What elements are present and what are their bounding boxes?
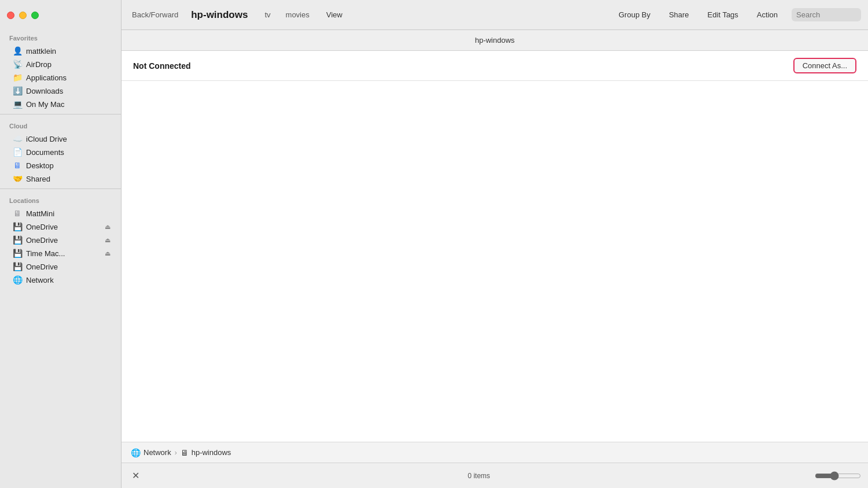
airdrop-icon: 📡 <box>13 60 22 69</box>
sidebar-item-mattmini[interactable]: 🖥 MattMini <box>3 207 117 220</box>
sidebar-item-label: OneDrive <box>26 236 58 245</box>
maximize-button[interactable] <box>31 12 39 19</box>
sidebar-item-label: Desktop <box>26 161 54 170</box>
minimize-button[interactable] <box>19 12 27 19</box>
close-button[interactable] <box>7 12 14 19</box>
not-connected-bar: Not Connected Connect As... <box>122 51 868 81</box>
sidebar-item-label: Network <box>26 276 54 284</box>
sidebar-item-ondrive2[interactable]: 💾 OneDrive ⏏ <box>3 234 117 246</box>
sidebar-item-label: AirDrop <box>26 60 52 69</box>
zoom-slider[interactable] <box>815 471 861 480</box>
sidebar-divider-1 <box>0 114 121 114</box>
back-forward-button[interactable]: Back/Forward <box>128 8 182 21</box>
sidebar-item-label: Applications <box>26 73 67 82</box>
sidebar-item-applications[interactable]: 📁 Applications <box>3 71 117 84</box>
bottom-bar: ✕ 0 items <box>122 463 868 488</box>
sidebar-item-label: Time Mac... <box>26 249 65 258</box>
sidebar-item-label: MattMini <box>26 209 54 218</box>
empty-content-area <box>122 81 868 442</box>
shared-icon: 🤝 <box>13 174 22 183</box>
sidebar-cloud-label: Cloud <box>0 118 121 132</box>
sidebar-item-desktop[interactable]: 🖥 Desktop <box>3 159 117 172</box>
sidebar-item-documents[interactable]: 📄 Documents <box>3 146 117 158</box>
search-input[interactable] <box>792 8 861 21</box>
desktop-icon: 🖥 <box>13 161 22 170</box>
sidebar-item-shared[interactable]: 🤝 Shared <box>3 172 117 185</box>
eject-icon-3[interactable]: ⏏ <box>105 250 111 257</box>
applications-icon: 📁 <box>13 73 22 82</box>
sidebar-item-label: OneDrive <box>26 223 58 231</box>
ondrive3-icon: 💾 <box>13 262 22 271</box>
toolbar-path-movies[interactable]: movies <box>283 9 312 20</box>
path-bar-hp-windows[interactable]: 🖥 hp-windows <box>181 448 231 457</box>
on-my-mac-icon: 💻 <box>13 99 22 109</box>
documents-icon: 📄 <box>13 147 22 157</box>
sidebar-item-label: OneDrive <box>26 263 58 271</box>
icloud-drive-icon: ☁️ <box>13 134 22 143</box>
view-button[interactable]: View <box>322 8 347 21</box>
action-button[interactable]: Action <box>752 8 782 21</box>
sidebar: Favorites 👤 mattklein 📡 AirDrop 📁 Applic… <box>0 0 122 488</box>
path-bar-network-label: Network <box>144 448 171 457</box>
connect-as-button[interactable]: Connect As... <box>793 58 856 73</box>
sidebar-item-ondrive1[interactable]: 💾 OneDrive ⏏ <box>3 220 117 233</box>
toolbar-path-tv[interactable]: tv <box>262 9 273 20</box>
ondrive2-icon: 💾 <box>13 235 22 245</box>
sidebar-item-icloud-drive[interactable]: ☁️ iCloud Drive <box>3 132 117 145</box>
sidebar-item-on-my-mac[interactable]: 💻 On My Mac <box>3 98 117 110</box>
location-text: hp-windows <box>475 36 515 45</box>
sidebar-item-label: iCloud Drive <box>26 135 67 143</box>
zoom-slider-area <box>815 471 861 480</box>
share-button[interactable]: Share <box>664 8 694 21</box>
content-area: Not Connected Connect As... <box>122 51 868 442</box>
sidebar-item-mattklein[interactable]: 👤 mattklein <box>3 45 117 57</box>
eject-icon-1[interactable]: ⏏ <box>105 223 111 231</box>
edit-tags-button[interactable]: Edit Tags <box>703 8 743 21</box>
group-by-button[interactable]: Group By <box>614 8 655 21</box>
path-bar-item-label: hp-windows <box>192 448 231 457</box>
sidebar-item-ondrive3[interactable]: 💾 OneDrive <box>3 260 117 273</box>
not-connected-label: Not Connected <box>133 61 191 71</box>
ondrive1-icon: 💾 <box>13 222 22 231</box>
sidebar-item-airdrop[interactable]: 📡 AirDrop <box>3 58 117 71</box>
bottom-close-button[interactable]: ✕ <box>128 469 143 482</box>
sidebar-item-label: Documents <box>26 148 64 157</box>
path-bar-separator: › <box>175 449 177 457</box>
sidebar-divider-2 <box>0 188 121 189</box>
sidebar-item-label: Downloads <box>26 87 63 95</box>
network-icon: 🌐 <box>13 275 22 284</box>
sidebar-scroll: Favorites 👤 mattklein 📡 AirDrop 📁 Applic… <box>0 30 121 488</box>
main-content: Back/Forward hp-windows tv movies View G… <box>122 0 868 488</box>
sidebar-item-network[interactable]: 🌐 Network <box>3 273 117 286</box>
toolbar: Back/Forward hp-windows tv movies View G… <box>122 0 868 30</box>
sidebar-item-timemac[interactable]: 💾 Time Mac... ⏏ <box>3 247 117 260</box>
eject-icon-2[interactable]: ⏏ <box>105 236 111 244</box>
traffic-lights <box>0 0 121 30</box>
sidebar-item-downloads[interactable]: ⬇️ Downloads <box>3 84 117 97</box>
hp-windows-icon: 🖥 <box>181 448 189 457</box>
sidebar-locations-label: Locations <box>0 193 121 206</box>
sidebar-item-label: mattklein <box>26 47 56 56</box>
downloads-icon: ⬇️ <box>13 86 22 95</box>
window-title: hp-windows <box>191 9 248 21</box>
sidebar-item-label: On My Mac <box>26 100 64 109</box>
sidebar-favorites-label: Favorites <box>0 30 121 44</box>
timemac-icon: 💾 <box>13 249 22 258</box>
location-bar: hp-windows <box>122 30 868 51</box>
item-count: 0 items <box>143 472 815 480</box>
sidebar-item-label: Shared <box>26 175 50 183</box>
mattklein-icon: 👤 <box>13 46 22 56</box>
mattmini-icon: 🖥 <box>13 209 22 218</box>
path-bar-network[interactable]: 🌐 Network <box>131 448 171 457</box>
network-globe-icon: 🌐 <box>131 448 141 457</box>
path-bar: 🌐 Network › 🖥 hp-windows <box>122 442 868 463</box>
